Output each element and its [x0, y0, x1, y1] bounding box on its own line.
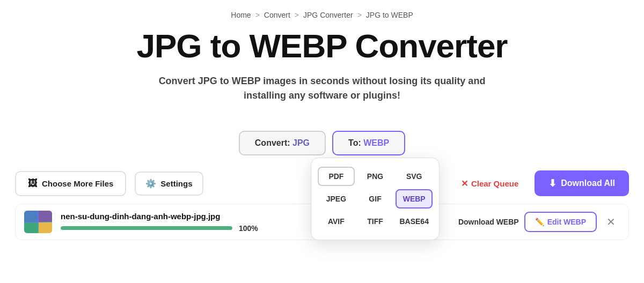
- download-all-label: Download All: [561, 178, 615, 188]
- breadcrumb: Home > Convert > JPG Converter > JPG to …: [0, 0, 644, 28]
- format-option-jpeg[interactable]: JPEG: [318, 189, 355, 208]
- convert-label: Convert:: [255, 138, 290, 147]
- edit-webp-icon: ✏️: [535, 218, 544, 226]
- download-webp-label: Download WEBP: [458, 218, 519, 226]
- format-grid: PDF PNG SVG JPEG GIF WEBP AVIF TIFF BASE…: [318, 167, 433, 231]
- file-actions: Download WEBP ✏️ Edit WEBP ✕: [458, 212, 620, 232]
- format-option-svg[interactable]: SVG: [396, 167, 433, 186]
- choose-files-icon: 🖼: [28, 178, 38, 189]
- clear-queue-button[interactable]: ✕ Clear Queue: [453, 173, 526, 194]
- choose-files-button[interactable]: 🖼 Choose More Files: [15, 171, 126, 196]
- breadcrumb-current: JPG to WEBP: [366, 11, 413, 19]
- settings-icon: ⚙️: [145, 178, 156, 189]
- settings-button[interactable]: ⚙️ Settings: [135, 172, 203, 196]
- edit-webp-button[interactable]: ✏️ Edit WEBP: [524, 212, 597, 232]
- download-all-button[interactable]: ⬇ Download All: [535, 170, 629, 196]
- to-label: To:: [348, 138, 361, 147]
- clear-queue-icon: ✕: [461, 178, 468, 189]
- file-thumbnail: [24, 211, 52, 233]
- breadcrumb-convert[interactable]: Convert: [264, 11, 290, 19]
- hero-section: JPG to WEBP Converter Convert JPG to WEB…: [0, 28, 644, 131]
- to-format-button[interactable]: To: WEBP: [332, 131, 405, 155]
- format-option-pdf[interactable]: PDF: [318, 167, 355, 186]
- progress-bar-fill: [61, 226, 232, 230]
- format-option-gif[interactable]: GIF: [357, 189, 394, 208]
- clear-queue-label: Clear Queue: [471, 179, 518, 188]
- choose-files-label: Choose More Files: [42, 179, 113, 188]
- download-all-icon: ⬇: [548, 177, 557, 189]
- close-button[interactable]: ✕: [602, 214, 620, 229]
- to-format-container: To: WEBP PDF PNG SVG JPEG GIF WEBP AVIF …: [332, 131, 405, 155]
- progress-bar-background: [61, 226, 232, 230]
- breadcrumb-sep2: >: [295, 11, 299, 19]
- breadcrumb-sep3: >: [357, 11, 362, 19]
- convert-bar: Convert: JPG To: WEBP PDF PNG SVG JPEG G…: [0, 131, 644, 155]
- breadcrumb-home[interactable]: Home: [231, 11, 251, 19]
- settings-label: Settings: [160, 179, 192, 188]
- hero-subtitle: Convert JPG to WEBP images in seconds wi…: [140, 74, 504, 103]
- edit-webp-label: Edit WEBP: [547, 218, 586, 226]
- breadcrumb-jpg-converter[interactable]: JPG Converter: [303, 11, 353, 19]
- format-option-webp[interactable]: WEBP: [396, 189, 433, 208]
- breadcrumb-sep1: >: [255, 11, 260, 19]
- convert-format-button[interactable]: Convert: JPG: [239, 131, 326, 155]
- format-option-tiff[interactable]: TIFF: [357, 212, 394, 231]
- progress-percentage: 100%: [239, 224, 258, 233]
- format-option-base64[interactable]: BASE64: [396, 212, 433, 231]
- page-title: JPG to WEBP Converter: [21, 28, 623, 64]
- to-format-value: WEBP: [363, 138, 389, 147]
- convert-format-value: JPG: [292, 138, 310, 147]
- format-dropdown: PDF PNG SVG JPEG GIF WEBP AVIF TIFF BASE…: [311, 158, 440, 240]
- format-option-png[interactable]: PNG: [357, 167, 394, 186]
- format-option-avif[interactable]: AVIF: [318, 212, 355, 231]
